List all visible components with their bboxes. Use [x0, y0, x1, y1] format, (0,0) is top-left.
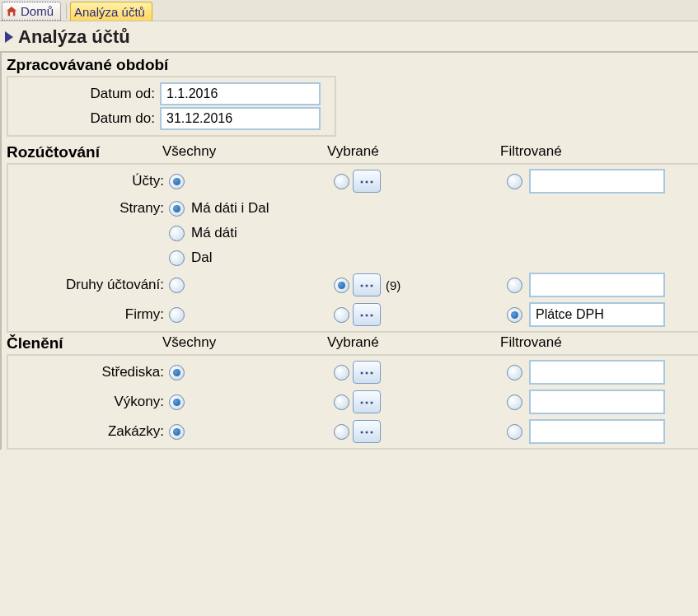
- label-strany: Strany:: [8, 200, 169, 217]
- row-firmy: Firmy:: [8, 300, 698, 329]
- label-strediska: Střediska:: [8, 364, 169, 380]
- svg-rect-0: [10, 12, 13, 15]
- home-icon: [6, 6, 17, 17]
- button-druhy-pick[interactable]: [353, 273, 381, 296]
- page-title: Analýza účtů: [18, 26, 130, 48]
- rozuctovani-header-row: Rozúčtování Všechny Vybrané Filtrované: [2, 142, 698, 163]
- radio-strany-dal[interactable]: [169, 250, 185, 266]
- row-strany-md: Má dáti: [8, 221, 698, 245]
- button-firmy-pick[interactable]: [353, 303, 381, 326]
- radio-ucty-all[interactable]: [169, 174, 185, 189]
- radio-zakazky-all[interactable]: [169, 424, 185, 440]
- radio-druhy-selected[interactable]: [334, 278, 349, 293]
- label-firmy: Firmy:: [8, 306, 169, 323]
- content-panel: Zpracovávané období Datum od: Datum do: …: [0, 51, 698, 450]
- date-from-input[interactable]: [160, 82, 321, 105]
- tab-analyza-uctu[interactable]: Analýza účtů: [70, 2, 152, 21]
- radio-strediska-selected[interactable]: [334, 365, 349, 380]
- radio-firmy-all[interactable]: [169, 307, 185, 323]
- radio-vykony-all[interactable]: [169, 394, 185, 410]
- col-header-filtered: Filtrované: [500, 143, 698, 161]
- radio-strany-md[interactable]: [169, 226, 185, 241]
- row-vykony: Výkony:: [8, 387, 698, 417]
- tab-bar: Domů Analýza účtů: [0, 0, 698, 21]
- radio-ucty-selected[interactable]: [334, 174, 349, 189]
- radio-druhy-filtered[interactable]: [507, 278, 522, 293]
- radio-firmy-selected[interactable]: [334, 307, 349, 323]
- row-druhy: Druhy účtování: (9): [8, 270, 698, 300]
- radio-zakazky-selected[interactable]: [334, 424, 349, 440]
- section-header-period: Zpracovávané období: [2, 53, 698, 76]
- radio-strediska-filtered[interactable]: [507, 365, 522, 380]
- row-strany-both: Strany: Má dáti i Dal: [8, 196, 698, 221]
- radio-ucty-filtered[interactable]: [507, 174, 522, 189]
- tab-separator: [66, 3, 67, 19]
- radio-zakazky-filtered[interactable]: [507, 424, 522, 440]
- date-to-input[interactable]: [160, 107, 321, 130]
- label-date-from: Datum od:: [12, 86, 160, 102]
- label-zakazky: Zakázky:: [8, 423, 169, 440]
- col-header-all: Všechny: [162, 143, 327, 161]
- label-ucty: Účty:: [8, 173, 169, 189]
- radio-strediska-all[interactable]: [169, 365, 185, 380]
- col-header-all-2: Všechny: [162, 334, 327, 352]
- row-ucty: Účty:: [8, 166, 698, 196]
- label-vykony: Výkony:: [8, 394, 169, 410]
- tab-home-label: Domů: [21, 4, 54, 18]
- input-firmy-filter[interactable]: [529, 302, 665, 327]
- button-ucty-pick[interactable]: [353, 170, 381, 193]
- radio-strany-both[interactable]: [169, 201, 185, 217]
- label-strany-md: Má dáti: [191, 225, 237, 241]
- label-strany-dal: Dal: [191, 250, 213, 266]
- druhy-count: (9): [386, 278, 401, 292]
- col-header-filtered-2: Filtrované: [500, 334, 698, 352]
- rozuctovani-box: Účty: Strany: Má dáti i Dal: [7, 163, 698, 333]
- row-zakazky: Zakázky:: [8, 417, 698, 446]
- button-vykony-pick[interactable]: [353, 390, 381, 413]
- radio-firmy-filtered[interactable]: [507, 307, 522, 323]
- cleneni-header-row: Členění Všechny Vybrané Filtrované: [2, 333, 698, 354]
- input-ucty-filter[interactable]: [529, 169, 665, 194]
- label-strany-both: Má dáti i Dal: [191, 200, 269, 217]
- row-strediska: Střediska:: [8, 357, 698, 387]
- label-date-to: Datum do:: [12, 110, 160, 127]
- period-box: Datum od: Datum do:: [7, 76, 336, 137]
- title-row: Analýza účtů: [0, 21, 698, 51]
- tab-analyza-label: Analýza účtů: [74, 5, 145, 19]
- tab-home[interactable]: Domů: [2, 2, 61, 21]
- input-druhy-filter[interactable]: [529, 273, 665, 297]
- input-vykony-filter[interactable]: [529, 390, 665, 414]
- button-strediska-pick[interactable]: [353, 361, 381, 384]
- expand-triangle-icon[interactable]: [5, 31, 13, 43]
- row-strany-dal: Dal: [8, 245, 698, 270]
- radio-vykony-selected[interactable]: [334, 394, 349, 410]
- button-zakazky-pick[interactable]: [353, 420, 381, 443]
- section-header-rozuctovani: Rozúčtování: [2, 143, 162, 161]
- col-header-selected: Vybrané: [327, 143, 500, 161]
- cleneni-box: Střediska: Výkony:: [7, 354, 698, 450]
- label-druhy: Druhy účtování:: [8, 277, 169, 293]
- input-zakazky-filter[interactable]: [529, 419, 665, 444]
- radio-vykony-filtered[interactable]: [507, 394, 522, 410]
- col-header-selected-2: Vybrané: [327, 334, 500, 352]
- radio-druhy-all[interactable]: [169, 278, 185, 293]
- input-strediska-filter[interactable]: [529, 360, 665, 385]
- section-header-cleneni: Členění: [2, 334, 162, 352]
